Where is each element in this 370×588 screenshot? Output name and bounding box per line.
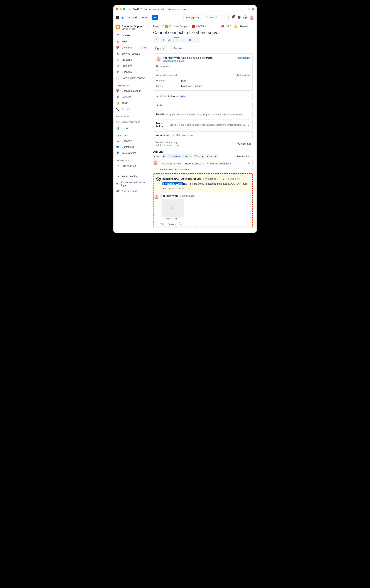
actions-dropdown[interactable]: ⚡Actions⌄: [169, 47, 186, 50]
sidebar-item[interactable]: ⊘Problems: [113, 63, 149, 69]
more-fields-panel[interactable]: More fieldsLabels, Request participants,…: [153, 120, 253, 130]
note-actions: Edit · Delete · Hide · ☺: [162, 187, 249, 190]
sort-button[interactable]: Newest first ↓≡: [237, 155, 253, 158]
user-avatar[interactable]: [249, 15, 254, 20]
jira-logo-icon[interactable]: ◆: [121, 16, 124, 20]
sidebar-item[interactable]: 👤Invite agents: [113, 150, 149, 156]
settings-button[interactable]: [243, 15, 247, 20]
back-button[interactable]: ‹: [129, 7, 130, 11]
add-reaction-button[interactable]: ☺: [186, 187, 192, 190]
request-raised-text: Andreas Wittig raised this request via P…: [163, 56, 213, 59]
sidebar-item[interactable]: ↗Add shortcut: [113, 163, 149, 169]
your-work-menu[interactable]: Your work⌄: [126, 16, 139, 19]
similar-incidents-panel[interactable]: ✦ Similar incidents NEW ⌄: [153, 93, 253, 100]
more-actions-icon[interactable]: ⋯: [250, 24, 253, 28]
issue-title[interactable]: Cannot connect to file share server: [153, 30, 253, 35]
sidebar-item[interactable]: ↻Changes: [113, 69, 149, 75]
activity-tab[interactable]: All: [161, 154, 167, 158]
project-header[interactable]: Customer Support Service project: [113, 24, 149, 32]
page-icon[interactable]: 📄: [174, 37, 179, 43]
add-service-button[interactable]: +Add service: [234, 74, 250, 77]
maximize-window-icon[interactable]: [123, 8, 125, 10]
new-tab-icon[interactable]: +: [248, 7, 250, 11]
urgency-value[interactable]: High: [181, 79, 186, 82]
status-dropdown[interactable]: Open⌄: [153, 45, 167, 51]
notifications-button[interactable]: 1: [231, 15, 235, 20]
sidebar-item[interactable]: 📞On-call: [113, 106, 149, 112]
info-icon[interactable]: ⓘ: [174, 74, 177, 76]
minimize-window-icon[interactable]: [119, 8, 122, 10]
sidebar-item[interactable]: ▦Board: [113, 39, 149, 44]
sidebar-item[interactable]: △Incidents: [113, 57, 149, 63]
breadcrumb-projects[interactable]: Projects: [153, 25, 162, 28]
automation-panel[interactable]: Automation⚡Rule executions⌄: [153, 131, 253, 139]
traffic-lights: [116, 8, 125, 10]
configure-button[interactable]: Configure: [237, 141, 251, 146]
new-badge: NEW: [141, 47, 147, 49]
link-icon[interactable]: 🔗: [167, 37, 172, 43]
activity-tab[interactable]: Approvals: [206, 154, 219, 158]
hide-details-link[interactable]: Hide details: [236, 56, 250, 59]
sidebar-item[interactable]: 📅Change calendar: [113, 88, 149, 94]
sidebar-item[interactable]: ☰Queues: [113, 32, 149, 39]
view-in-portal-link[interactable]: View request in portal: [163, 60, 213, 62]
comment-input[interactable]: Add internal note / Reply to customer / …: [159, 160, 253, 167]
feedback-icon[interactable]: 📣: [221, 24, 224, 28]
activity-tab[interactable]: Work log: [193, 154, 205, 158]
upgrade-button[interactable]: ✦Upgrade: [184, 15, 201, 20]
app-switcher-icon[interactable]: [116, 16, 119, 19]
note-kind: Internal note: [227, 178, 240, 180]
watch-button[interactable]: 👁 1: [226, 25, 232, 28]
activity-tab[interactable]: Comments: [168, 154, 182, 158]
breadcrumb-project[interactable]: Customer Support: [169, 25, 188, 28]
breadcrumb-key[interactable]: AAVCS-1: [196, 25, 206, 28]
impact-value[interactable]: Moderate / Limited: [181, 85, 202, 87]
sidebar-item[interactable]: 🔔Alerts: [113, 100, 149, 106]
warning-icon: ▲: [162, 218, 164, 220]
create-button[interactable]: +: [152, 15, 158, 21]
delete-comment-button[interactable]: Delete: [168, 223, 174, 226]
sidebar-item[interactable]: 📊Reports: [113, 125, 149, 131]
sidebar-item[interactable]: ◉Service requests: [113, 51, 149, 57]
section-shortcuts: SHORTCUTS: [113, 157, 149, 162]
user-mention[interactable]: @Andreas Wittig: [162, 182, 183, 185]
more-tools-icon[interactable]: ⋯: [194, 37, 200, 43]
sidebar-item[interactable]: 🖥Channels: [113, 138, 149, 144]
sidebar-item[interactable]: 📣Give feedback: [113, 188, 149, 194]
inform-stakeholders-link[interactable]: Inform stakeholders: [210, 162, 232, 165]
sidebar-item[interactable]: ⚙Services: [113, 94, 149, 100]
search-content-icon[interactable]: [160, 37, 166, 43]
attachment-icon[interactable]: 📎: [247, 162, 250, 165]
more-menu[interactable]: More⌄: [142, 16, 149, 19]
sidebar-item[interactable]: 📅CalendarNEW: [113, 44, 149, 51]
vote-icon[interactable]: 👍: [234, 24, 237, 28]
confluence-icon[interactable]: ✕: [187, 37, 193, 43]
sidebar-item[interactable]: 👥Customers: [113, 144, 149, 150]
details-panel[interactable]: DetailsAssignee, Reporter, Request Type,…: [153, 111, 253, 118]
activity-tab[interactable]: History: [182, 154, 192, 158]
sidebar-item[interactable]: ⚙Project settings: [113, 173, 149, 179]
slas-panel[interactable]: SLAs⌄: [153, 102, 253, 109]
add-internal-note-link[interactable]: Add internal note: [162, 162, 181, 165]
reply-customer-link[interactable]: Reply to customer: [185, 162, 205, 165]
hide-note-button[interactable]: Hide: [179, 187, 184, 190]
checklist-icon[interactable]: ☑: [153, 37, 159, 43]
edit-note-button[interactable]: Edit: [162, 187, 166, 190]
sidebar-item[interactable]: 📖Knowledge base: [113, 119, 149, 125]
menu-icon[interactable]: ≡: [252, 7, 254, 11]
delete-note-button[interactable]: Delete: [169, 187, 176, 190]
attachment-preview[interactable]: 🗎 ▲Failed to load: [161, 199, 252, 221]
note-app-name: attachmentAV - Antivirus for Jira: [162, 177, 201, 180]
help-button[interactable]: ?: [237, 15, 241, 20]
collapse-sidebar-button[interactable]: ‹: [147, 24, 151, 29]
sidebar-item[interactable]: 📄Post-incident reviews: [113, 75, 149, 81]
sidebar-item[interactable]: ✉Customer notification logs: [113, 179, 149, 188]
card-icon[interactable]: ▭: [180, 37, 186, 43]
close-window-icon[interactable]: [116, 8, 118, 10]
edit-comment-button[interactable]: Edit: [161, 223, 165, 226]
share-icon[interactable]: �ével: [240, 24, 248, 28]
search-input[interactable]: Search: [204, 15, 229, 20]
nav-icon: ⊘: [116, 64, 119, 67]
description-value[interactable]: ...: [156, 68, 250, 71]
add-reaction-button[interactable]: ☺: [177, 222, 182, 226]
